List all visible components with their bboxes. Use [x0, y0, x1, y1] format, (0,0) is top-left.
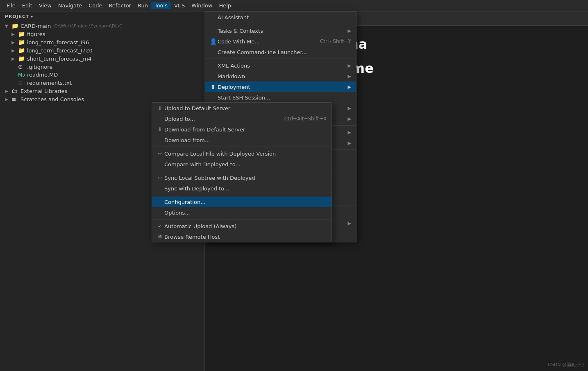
gitignore-icon: ⊘ — [18, 63, 25, 70]
expand-arrow: ▶ — [11, 32, 18, 36]
menu-run[interactable]: Run — [134, 2, 151, 9]
tree-item-label: CARD-main — [20, 23, 51, 29]
chevron-down-icon[interactable]: ▾ — [31, 14, 33, 19]
menu-item-tasks-contexts[interactable]: Tasks & Contexts ▶ — [205, 25, 356, 36]
menu-label: XML Actions — [218, 63, 345, 69]
tree-item-requirements[interactable]: ▶ ≡ requirements.txt — [0, 79, 204, 87]
menu-tools[interactable]: Tools — [151, 2, 171, 9]
folder-icon: 📁 — [11, 23, 19, 29]
tree-item-label: long_term_forecast_I96 — [27, 39, 89, 45]
menu-item-auto-upload[interactable]: ✓ Automatic Upload (Always) — [152, 221, 331, 231]
menu-item-sync-deployed-to[interactable]: Sync with Deployed to... — [152, 183, 331, 194]
menu-item-upload-to[interactable]: Upload to... Ctrl+Alt+Shift+X — [152, 113, 331, 124]
compare-icon: ↔ — [155, 151, 164, 156]
sidebar-header: Project ▾ — [0, 11, 204, 22]
expand-arrow: ▼ — [5, 24, 11, 28]
tree-item-label: long_term_forecast_I720 — [27, 48, 93, 54]
tree-item-label: .gitignore — [27, 64, 52, 70]
menu-code[interactable]: Code — [85, 2, 105, 9]
folder-icon: 📁 — [18, 39, 25, 45]
menu-label: Compare with Deployed to... — [164, 161, 327, 167]
menu-refactor[interactable]: Refactor — [105, 2, 134, 9]
menu-vcs[interactable]: VCS — [171, 2, 188, 9]
tree-item-label: short_term_forecast_m4 — [27, 56, 91, 62]
menu-label: Download from... — [164, 137, 327, 143]
menu-divider — [152, 219, 331, 219]
libraries-icon: 🗂 — [11, 88, 19, 94]
upload-icon: ⬆ — [155, 105, 164, 111]
submenu-arrow-icon: ▶ — [348, 221, 351, 226]
tree-item-figures[interactable]: ▶ 📁 figures — [0, 30, 204, 38]
menu-item-sync-local[interactable]: ↔ Sync Local Subtree with Deployed — [152, 172, 331, 183]
download-icon: ⬇ — [155, 127, 164, 132]
menu-item-options[interactable]: Options... — [152, 207, 331, 218]
tree-item-label: figures — [27, 31, 45, 37]
menubar: File Edit View Navigate Code Refactor Ru… — [0, 0, 588, 11]
menu-item-xml-actions[interactable]: XML Actions ▶ — [205, 60, 356, 71]
menu-label: Tasks & Contexts — [218, 28, 345, 34]
menu-label: Upload to... — [164, 116, 276, 122]
deployment-icon: ⬆ — [209, 84, 218, 90]
menu-item-configuration[interactable]: Configuration... — [152, 197, 331, 207]
menu-item-code-with-me[interactable]: 👤 Code With Me... Ctrl+Shift+Y — [205, 36, 356, 47]
tree-item-gitignore[interactable]: ▶ ⊘ .gitignore — [0, 63, 204, 71]
menu-label: Download from Default Server — [164, 127, 327, 133]
csdn-watermark: CSDN @酒犯小彻 — [548, 362, 585, 368]
menu-item-ai-assistant[interactable]: AI Assistant — [205, 12, 356, 23]
menu-label: Configuration... — [164, 199, 327, 205]
menu-item-start-ssh[interactable]: Start SSH Session... — [205, 92, 356, 103]
menu-label: Compare Local File with Deployed Version — [164, 151, 327, 157]
expand-arrow: ▶ — [11, 40, 18, 45]
menu-view[interactable]: View — [36, 2, 55, 9]
menu-label: Browse Remote Host — [164, 234, 327, 240]
text-file-icon: ≡ — [18, 79, 25, 86]
menu-edit[interactable]: Edit — [19, 2, 36, 9]
shortcut-label: Ctrl+Alt+Shift+X — [284, 116, 327, 122]
menu-window[interactable]: Window — [188, 2, 216, 9]
menu-item-browse-remote[interactable]: 🖥 Browse Remote Host — [152, 231, 331, 242]
tree-item-scratches[interactable]: ▶ ≡ Scratches and Consoles — [0, 95, 204, 103]
tree-item-long-term-720[interactable]: ▶ 📁 long_term_forecast_I720 — [0, 46, 204, 54]
sync-local-icon: ↔ — [155, 175, 164, 181]
markdown-icon: Mↄ — [18, 72, 25, 78]
menu-item-compare-deployed-to[interactable]: Compare with Deployed to... — [152, 159, 331, 170]
tree-item-long-term-96[interactable]: ▶ 📁 long_term_forecast_I96 — [0, 38, 204, 46]
menu-help[interactable]: Help — [216, 2, 234, 9]
menu-divider — [152, 171, 331, 171]
menu-divider — [152, 195, 331, 195]
menu-item-download-default[interactable]: ⬇ Download from Default Server — [152, 124, 331, 135]
submenu-arrow-icon: ▶ — [348, 106, 351, 111]
deployment-submenu: ⬆ Upload to Default Server Upload to... … — [152, 102, 332, 242]
submenu-arrow-icon: ▶ — [348, 116, 351, 122]
tree-item-card-main[interactable]: ▼ 📁 CARD-main D:\Work\Project\Pycharm\DL… — [0, 22, 204, 30]
menu-label: Options... — [164, 210, 327, 216]
tree-item-label: Scratches and Consoles — [20, 96, 84, 102]
tree-item-readme[interactable]: ▶ Mↄ readme.MD — [0, 71, 204, 79]
menu-label: AI Assistant — [218, 14, 351, 20]
scratches-icon: ≡ — [11, 96, 19, 102]
tree-item-external-libraries[interactable]: ▶ 🗂 External Libraries — [0, 87, 204, 95]
menu-item-upload-default[interactable]: ⬆ Upload to Default Server — [152, 103, 331, 113]
expand-arrow: ▶ — [5, 89, 11, 93]
tree-item-short-term[interactable]: ▶ 📁 short_term_forecast_m4 — [0, 54, 204, 63]
menu-navigate[interactable]: Navigate — [55, 2, 85, 9]
expand-arrow: ▶ — [5, 97, 11, 102]
submenu-arrow-icon: ▶ — [348, 28, 351, 34]
menu-label: Create Command-line Launcher... — [218, 49, 351, 55]
menu-label: Automatic Upload (Always) — [164, 223, 327, 229]
submenu-arrow-icon: ▶ — [348, 84, 351, 90]
menu-label: Sync Local Subtree with Deployed — [164, 175, 327, 181]
menu-item-create-launcher[interactable]: Create Command-line Launcher... — [205, 47, 356, 57]
expand-arrow: ▶ — [11, 57, 18, 61]
menu-item-compare-local[interactable]: ↔ Compare Local File with Deployed Versi… — [152, 148, 331, 159]
submenu-arrow-icon: ▶ — [348, 140, 351, 146]
folder-icon: 📁 — [18, 31, 25, 37]
folder-icon: 📁 — [18, 47, 25, 54]
menu-item-markdown[interactable]: Markdown ▶ — [205, 71, 356, 81]
menu-item-deployment[interactable]: ⬆ Deployment ▶ — [205, 81, 356, 92]
tree-item-path: D:\Work\Project\Pycharm\DL\C — [54, 23, 122, 29]
menu-file[interactable]: File — [3, 2, 19, 9]
menu-label: Code With Me... — [218, 38, 312, 45]
menu-item-download-from[interactable]: Download from... — [152, 135, 331, 145]
remote-host-icon: 🖥 — [155, 234, 164, 240]
